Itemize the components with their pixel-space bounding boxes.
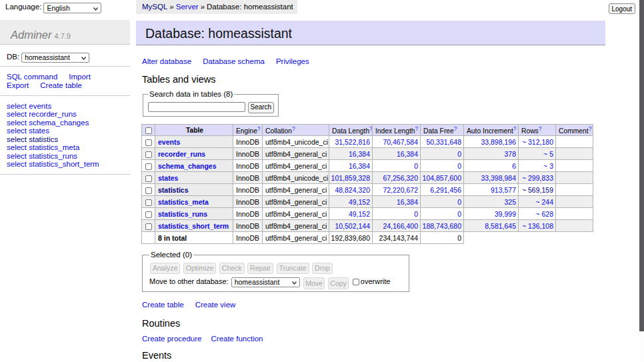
rows-count-link[interactable]: ~ 136,108 [522,222,553,230]
move-database-select[interactable]: homeassistant [231,277,300,287]
index-length-link[interactable]: 67,256,320 [383,174,418,182]
rows-count-link[interactable]: ~ 244 [535,198,553,206]
analyze-button[interactable]: Analyze [150,263,180,275]
sidebar-action-import[interactable]: Import [69,73,91,81]
table-name-link[interactable]: schema_changes [158,162,217,170]
table-name-link[interactable]: events [158,138,180,146]
column-hint-link[interactable]: ? [454,125,457,132]
column-hint-link[interactable]: ? [257,125,261,132]
rows-count-link[interactable]: ~ 3 [543,162,553,170]
sidebar-table-link[interactable]: statistics [29,135,58,143]
row-checkbox[interactable] [145,211,152,218]
row-checkbox[interactable] [145,223,152,230]
column-hint-link[interactable]: ? [539,125,542,132]
sidebar-select-link[interactable]: select [7,135,27,143]
create-view-link[interactable]: Create view [195,301,236,309]
language-select[interactable]: English [43,3,101,13]
rows-count-link[interactable]: ~ 312,180 [522,138,553,146]
row-checkbox[interactable] [145,151,152,158]
data-free-link[interactable]: 0 [457,150,461,158]
sidebar-action-sql-command[interactable]: SQL command [7,73,57,81]
breadcrumb-link[interactable]: MySQL [142,3,167,11]
sidebar-action-create-table[interactable]: Create table [40,81,82,89]
auto-increment-link[interactable]: 6 [512,162,516,170]
app-title[interactable]: Adminer [11,29,51,41]
column-hint-link[interactable]: ? [513,125,517,132]
data-length-link[interactable]: 48,824,320 [335,186,370,194]
search-button[interactable]: Search [248,102,274,113]
table-name-link[interactable]: statistics_runs [158,210,207,218]
sidebar-table-link[interactable]: schema_changes [29,119,89,127]
nav-link-alter-database[interactable]: Alter database [142,57,191,65]
row-checkbox[interactable] [145,199,152,206]
select-all-checkbox[interactable] [145,127,152,134]
auto-increment-link[interactable]: 325 [504,198,516,206]
data-free-link[interactable]: 50,331,648 [426,138,461,146]
db-select[interactable]: homeassistant [21,53,89,63]
column-hint-link[interactable]: ? [415,125,419,132]
sidebar-select-link[interactable]: select [7,102,27,110]
auto-increment-link[interactable]: 33,898,196 [481,138,516,146]
row-checkbox[interactable] [145,175,152,182]
data-length-link[interactable]: 31,522,816 [335,138,370,146]
column-hint-link[interactable]: ? [589,125,592,132]
data-length-link[interactable]: 49,152 [349,210,370,218]
index-length-link[interactable]: 16,384 [397,150,418,158]
sidebar-table-link[interactable]: statistics_runs [29,152,77,160]
scrollbar-thumb[interactable] [639,0,644,331]
index-length-link[interactable]: 16,384 [397,198,418,206]
truncate-button[interactable]: Truncate [277,263,309,275]
index-length-link[interactable]: 72,220,672 [383,186,418,194]
index-length-link[interactable]: 0 [414,162,418,170]
row-checkbox[interactable] [145,187,152,194]
sidebar-action-export[interactable]: Export [7,81,29,89]
column-hint-link[interactable]: ? [292,125,295,132]
data-length-link[interactable]: 16,384 [349,150,370,158]
sidebar-table-link[interactable]: statistics_meta [29,143,79,151]
move-button[interactable]: Move [303,277,325,289]
rows-count-link[interactable]: ~ 5 [543,150,553,158]
table-name-link[interactable]: states [158,174,178,182]
table-name-link[interactable]: statistics [158,186,189,194]
index-length-link[interactable]: 0 [414,210,418,218]
sidebar-select-link[interactable]: select [7,160,27,168]
data-length-link[interactable]: 16,384 [349,162,370,170]
table-name-link[interactable]: statistics_short_term [158,222,229,230]
auto-increment-link[interactable]: 8,581,645 [485,222,516,230]
sidebar-table-link[interactable]: recorder_runs [29,110,77,118]
sidebar-select-link[interactable]: select [7,143,27,151]
create-function-link[interactable]: Create function [211,335,263,343]
drop-button[interactable]: Drop [312,263,333,275]
create-table-link[interactable]: Create table [142,301,184,309]
index-length-link[interactable]: 70,467,584 [383,138,418,146]
search-input[interactable] [148,102,245,112]
sidebar-select-link[interactable]: select [7,110,27,118]
sidebar-select-link[interactable]: select [7,152,27,160]
nav-link-database-schema[interactable]: Database schema [203,57,265,65]
overwrite-checkbox[interactable] [353,279,359,285]
table-name-link[interactable]: recorder_runs [158,150,205,158]
data-free-link[interactable]: 188,743,680 [423,222,461,230]
data-length-link[interactable]: 49,152 [349,198,370,206]
sidebar-table-link[interactable]: events [29,102,51,110]
data-free-link[interactable]: 0 [457,210,461,218]
data-length-link[interactable]: 101,859,328 [331,174,370,182]
data-free-link[interactable]: 0 [457,162,461,170]
table-name-link[interactable]: statistics_meta [158,198,209,206]
check-button[interactable]: Check [219,263,245,275]
auto-increment-link[interactable]: 39,999 [495,210,516,218]
app-version[interactable]: 4.7.9 [54,32,70,40]
auto-increment-link[interactable]: 913,577 [491,186,516,194]
optimize-button[interactable]: Optimize [183,263,216,275]
logout-button[interactable]: Logout [609,3,635,14]
auto-increment-link[interactable]: 33,398,984 [481,174,516,182]
sidebar-select-link[interactable]: select [7,119,27,127]
sidebar-table-link[interactable]: statistics_short_term [29,160,99,168]
data-free-link[interactable]: 0 [457,198,461,206]
rows-count-link[interactable]: ~ 628 [535,210,553,218]
index-length-link[interactable]: 24,166,400 [383,222,418,230]
data-free-link[interactable]: 6,291,456 [430,186,461,194]
copy-button[interactable]: Copy [328,277,349,289]
row-checkbox[interactable] [145,139,152,146]
nav-link-privileges[interactable]: Privileges [276,57,309,65]
